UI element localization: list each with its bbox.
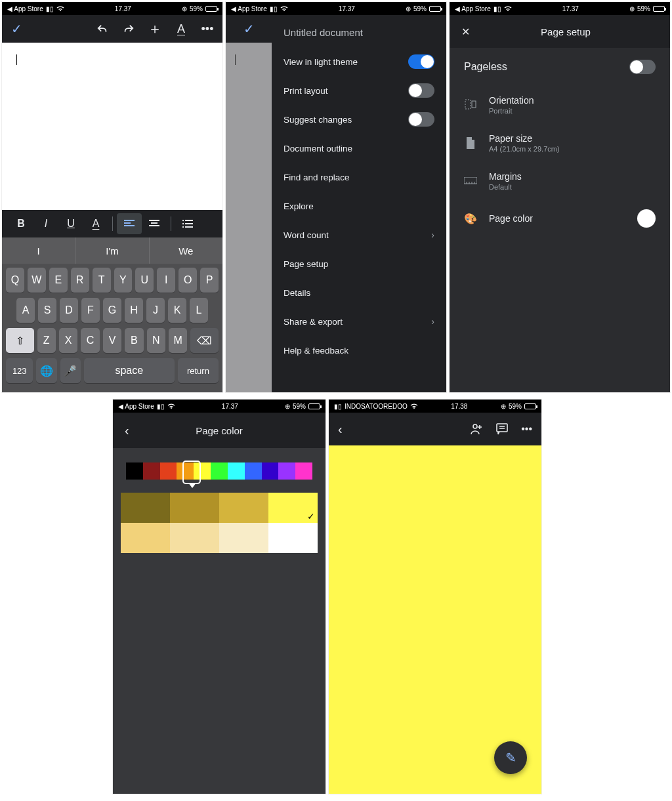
text-color-button[interactable]: A	[83, 213, 108, 234]
comments-button[interactable]	[496, 423, 508, 435]
back-app-label[interactable]: ◀ App Store	[455, 5, 491, 12]
mic-key[interactable]: 🎤	[60, 358, 81, 383]
menu-details[interactable]: Details	[272, 278, 446, 307]
paper-size-row[interactable]: Paper sizeA4 (21.0cm x 29.7cm)	[450, 124, 670, 162]
hue-swatch[interactable]	[295, 462, 312, 480]
back-button[interactable]: ‹	[338, 422, 354, 437]
hue-swatch[interactable]	[211, 462, 228, 480]
more-button[interactable]: •••	[201, 23, 213, 35]
done-button[interactable]: ✓	[243, 21, 255, 37]
hue-swatch[interactable]	[245, 462, 262, 480]
key-j[interactable]: J	[146, 298, 165, 323]
shift-key[interactable]: ⇧	[6, 328, 34, 353]
italic-button[interactable]: I	[33, 213, 58, 234]
key-g[interactable]: G	[103, 298, 121, 323]
hue-swatch[interactable]	[126, 462, 143, 480]
back-app-label[interactable]: ◀ App Store	[231, 5, 267, 12]
more-button[interactable]: •••	[521, 423, 532, 435]
page-color-row[interactable]: 🎨 Page color	[450, 200, 670, 237]
back-app-label[interactable]: ◀ App Store	[118, 403, 154, 410]
close-button[interactable]: ✕	[461, 26, 474, 38]
align-left-button[interactable]	[117, 213, 142, 234]
document-backdrop[interactable]: ✓	[226, 15, 272, 392]
hue-swatch[interactable]	[228, 462, 245, 480]
bold-button[interactable]: B	[9, 213, 33, 234]
underline-button[interactable]: U	[58, 213, 83, 234]
menu-help-feedback[interactable]: Help & feedback	[272, 336, 446, 365]
menu-find-replace[interactable]: Find and replace	[272, 163, 446, 192]
backspace-key[interactable]: ⌫	[190, 328, 219, 353]
menu-page-setup[interactable]: Page setup	[272, 249, 446, 278]
key-y[interactable]: Y	[114, 268, 133, 293]
suggestion[interactable]: I'm	[75, 237, 149, 264]
shade-swatch[interactable]	[121, 493, 170, 523]
menu-print-layout[interactable]: Print layout	[272, 76, 446, 105]
space-key[interactable]: space	[84, 358, 175, 383]
key-n[interactable]: N	[147, 328, 165, 353]
key-a[interactable]: A	[16, 298, 35, 323]
key-c[interactable]: C	[81, 328, 99, 353]
pageless-toggle[interactable]	[629, 60, 656, 74]
undo-button[interactable]	[96, 23, 108, 35]
menu-document-outline[interactable]: Document outline	[272, 134, 446, 163]
suggestion[interactable]: We	[150, 237, 222, 264]
shade-swatch[interactable]	[219, 493, 268, 523]
menu-explore[interactable]: Explore	[272, 192, 446, 220]
return-key[interactable]: return	[178, 358, 219, 383]
menu-word-count[interactable]: Word count›	[272, 220, 446, 249]
redo-button[interactable]	[123, 23, 135, 35]
key-s[interactable]: S	[38, 298, 56, 323]
suggestion[interactable]: I	[2, 237, 75, 264]
document-page[interactable]: ✎	[329, 445, 541, 794]
text-format-button[interactable]: A	[175, 23, 187, 35]
key-w[interactable]: W	[28, 268, 46, 293]
key-v[interactable]: V	[103, 328, 121, 353]
light-theme-toggle[interactable]	[408, 54, 434, 69]
margins-row[interactable]: MarginsDefault	[450, 162, 670, 200]
done-button[interactable]: ✓	[11, 21, 22, 37]
key-q[interactable]: Q	[6, 268, 24, 293]
globe-key[interactable]: 🌐	[36, 358, 56, 383]
hue-swatch[interactable]	[160, 462, 177, 480]
menu-light-theme[interactable]: View in light theme	[272, 47, 446, 76]
shade-swatch[interactable]	[268, 523, 318, 553]
hue-swatch[interactable]	[278, 462, 295, 480]
pageless-row[interactable]: Pageless	[450, 48, 670, 86]
key-m[interactable]: M	[169, 328, 187, 353]
shade-swatch[interactable]: ✓	[268, 493, 318, 523]
align-center-button[interactable]	[142, 213, 167, 234]
shade-swatch[interactable]	[170, 523, 219, 553]
key-b[interactable]: B	[125, 328, 143, 353]
bulleted-list-button[interactable]	[175, 213, 200, 234]
key-i[interactable]: I	[157, 268, 175, 293]
key-d[interactable]: D	[60, 298, 78, 323]
back-app-label[interactable]: ◀ App Store	[7, 5, 43, 12]
shade-swatch[interactable]	[219, 523, 268, 553]
share-person-button[interactable]	[470, 423, 483, 435]
key-t[interactable]: T	[93, 268, 111, 293]
hue-picker[interactable]	[126, 462, 312, 480]
key-x[interactable]: X	[59, 328, 77, 353]
print-layout-toggle[interactable]	[408, 83, 434, 98]
hue-selection-marker[interactable]	[182, 461, 201, 484]
menu-suggest-changes[interactable]: Suggest changes	[272, 105, 446, 134]
key-z[interactable]: Z	[37, 328, 56, 353]
numbers-key[interactable]: 123	[6, 358, 33, 383]
key-p[interactable]: P	[200, 268, 219, 293]
key-k[interactable]: K	[168, 298, 186, 323]
insert-button[interactable]: ＋	[149, 23, 161, 35]
document-area[interactable]	[2, 43, 222, 210]
shade-swatch[interactable]	[170, 493, 219, 523]
key-o[interactable]: O	[178, 268, 197, 293]
edit-fab[interactable]: ✎	[494, 741, 527, 774]
key-l[interactable]: L	[190, 298, 208, 323]
hue-swatch[interactable]	[143, 462, 160, 480]
hue-swatch[interactable]	[262, 462, 279, 480]
shade-swatch[interactable]	[121, 523, 170, 553]
key-u[interactable]: U	[135, 268, 154, 293]
key-f[interactable]: F	[81, 298, 100, 323]
key-h[interactable]: H	[125, 298, 143, 323]
key-e[interactable]: E	[49, 268, 68, 293]
menu-share-export[interactable]: Share & export›	[272, 307, 446, 336]
orientation-row[interactable]: OrientationPortrait	[450, 86, 670, 124]
